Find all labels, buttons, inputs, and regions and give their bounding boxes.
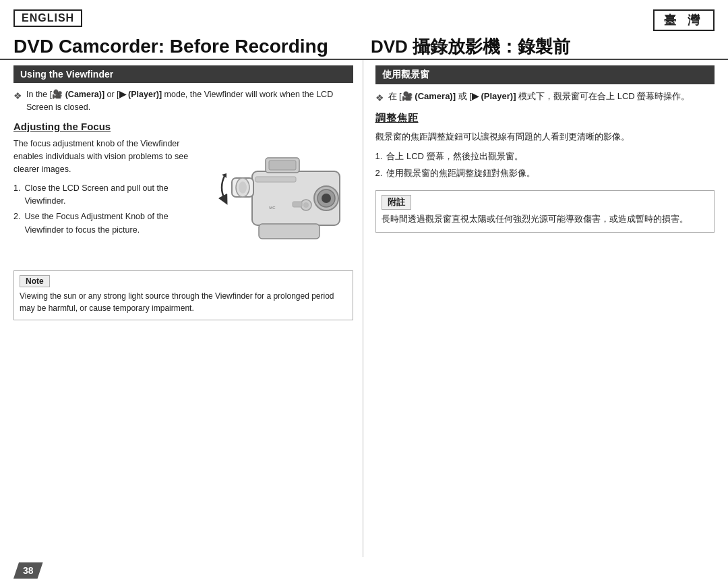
- title-chinese: DVD 攝錄放影機：錄製前: [357, 35, 715, 59]
- svg-point-8: [239, 181, 247, 194]
- step-1-text: Close the LCD Screen and pull out the Vi…: [24, 182, 203, 208]
- zh-step-1-text: 合上 LCD 螢幕，然後拉出觀景窗。: [386, 150, 522, 164]
- focus-section-header: Adjusting the Focus: [13, 121, 353, 132]
- camcorder-svg: MC: [212, 138, 353, 259]
- note-box: Note Viewing the sun or any strong light…: [13, 270, 353, 320]
- svg-rect-14: [259, 224, 320, 239]
- viewfinder-bullet-zh: ❖ 在 [🎥 (Camera)] 或 [▶ (Player)] 模式下，觀景窗可…: [375, 90, 715, 105]
- column-right: 使用觀景窗 ❖ 在 [🎥 (Camera)] 或 [▶ (Player)] 模式…: [363, 60, 715, 557]
- focus-section-header-zh: 調整焦距: [375, 112, 715, 125]
- step-1-num: 1.: [13, 182, 20, 208]
- title-english: DVD Camcorder: Before Recording: [13, 36, 357, 57]
- focus-section: Adjusting the Focus The focus adjustment…: [13, 121, 353, 261]
- viewfinder-section: ❖ In the [🎥 (Camera)] or [▶ (Player)] mo…: [13, 88, 353, 114]
- focus-description: The focus adjustment knob of the Viewfin…: [13, 138, 204, 177]
- svg-point-3: [322, 194, 331, 203]
- viewfinder-section-header-zh: 使用觀景窗: [375, 65, 715, 84]
- zh-step-2: 2. 使用觀景窗的焦距調整旋鈕對焦影像。: [375, 167, 715, 181]
- focus-steps: 1. Close the LCD Screen and pull out the…: [13, 182, 204, 237]
- player-zh: ▶ (Player)]: [472, 91, 516, 101]
- taiwan-badge: 臺 灣: [653, 9, 715, 31]
- step-2-num: 2.: [13, 210, 20, 237]
- footer: 38: [0, 557, 728, 584]
- zh-step-1: 1. 合上 LCD 螢幕，然後拉出觀景窗。: [375, 150, 715, 164]
- step-2: 2. Use the Focus Adjustment Knob of the …: [13, 210, 204, 237]
- header-row: ENGLISH 臺 灣: [0, 0, 728, 31]
- svg-rect-5: [269, 160, 296, 170]
- svg-rect-13: [293, 202, 302, 207]
- zh-step-2-text: 使用觀景窗的焦距調整旋鈕對焦影像。: [386, 167, 535, 181]
- zh-step-1-num: 1.: [375, 150, 383, 164]
- page: ENGLISH 臺 灣 DVD Camcorder: Before Record…: [0, 0, 728, 584]
- viewfinder-bullet-text: In the [🎥 (Camera)] or [▶ (Player)] mode…: [26, 88, 353, 114]
- camcorder-image: MC: [212, 138, 353, 261]
- note-label-zh: 附註: [382, 195, 411, 210]
- focus-section-zh: 調整焦距 觀景窗的焦距調整旋鈕可以讓視線有問題的人看到更清晰的影像。 1. 合上…: [375, 112, 715, 180]
- camera-zh: 🎥 (Camera)]: [402, 91, 456, 101]
- note-box-zh: 附註 長時間透過觀景窗直視太陽或任何強烈光源可能導致傷害，或造成暫時的損害。: [375, 190, 715, 233]
- step-2-text: Use the Focus Adjustment Knob of the Vie…: [24, 210, 203, 237]
- viewfinder-bullet-item: ❖ In the [🎥 (Camera)] or [▶ (Player)] mo…: [13, 88, 353, 114]
- svg-rect-9: [255, 177, 296, 182]
- step-1: 1. Close the LCD Screen and pull out the…: [13, 182, 204, 208]
- focus-steps-zh: 1. 合上 LCD 螢幕，然後拉出觀景窗。 2. 使用觀景窗的焦距調整旋鈕對焦影…: [375, 150, 715, 181]
- note-text: Viewing the sun or any strong light sour…: [14, 290, 353, 320]
- column-left: Using the Viewfinder ❖ In the [🎥 (Camera…: [13, 60, 363, 557]
- viewfinder-section-zh: ❖ 在 [🎥 (Camera)] 或 [▶ (Player)] 模式下，觀景窗可…: [375, 90, 715, 105]
- svg-text:MC: MC: [269, 206, 276, 210]
- focus-content: The focus adjustment knob of the Viewfin…: [13, 138, 353, 261]
- player-icon-text: ▶ (Player)]: [119, 90, 162, 99]
- zh-step-2-num: 2.: [375, 167, 383, 181]
- svg-point-12: [303, 202, 309, 208]
- bullet-diamond-icon: ❖: [13, 89, 22, 103]
- focus-desc-zh: 觀景窗的焦距調整旋鈕可以讓視線有問題的人看到更清晰的影像。: [375, 130, 715, 144]
- title-row: DVD Camcorder: Before Recording DVD 攝錄放影…: [0, 31, 728, 60]
- page-number-badge: 38: [13, 562, 43, 579]
- focus-text-area: The focus adjustment knob of the Viewfin…: [13, 138, 204, 240]
- note-label: Note: [20, 275, 50, 287]
- viewfinder-bullet-text-zh: 在 [🎥 (Camera)] 或 [▶ (Player)] 模式下，觀景窗可在合…: [388, 90, 690, 104]
- camera-icon-text: 🎥 (Camera)]: [52, 90, 104, 99]
- bullet-diamond-icon-zh: ❖: [375, 90, 384, 105]
- content-columns: Using the Viewfinder ❖ In the [🎥 (Camera…: [0, 60, 728, 557]
- note-text-zh: 長時間透過觀景窗直視太陽或任何強烈光源可能導致傷害，或造成暫時的損害。: [376, 212, 715, 232]
- viewfinder-section-header: Using the Viewfinder: [13, 65, 353, 83]
- english-badge: ENGLISH: [13, 9, 82, 27]
